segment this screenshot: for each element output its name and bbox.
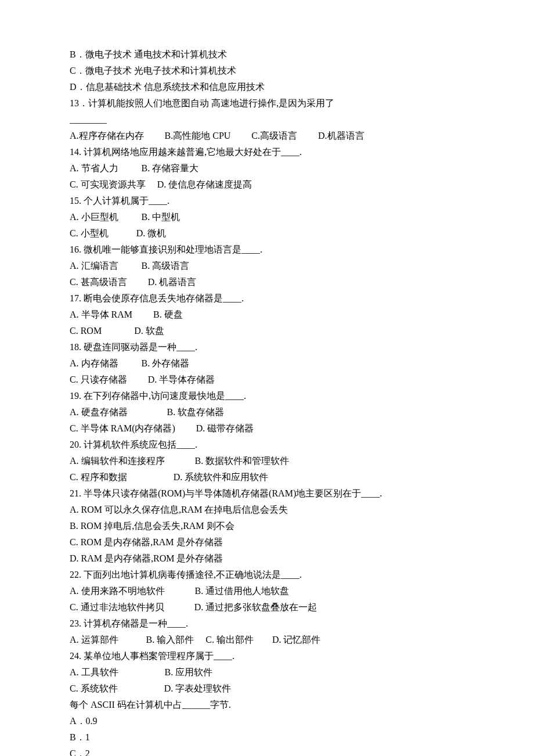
text-line: C. 程序和数据 D. 系统软件和应用软件: [70, 469, 464, 485]
text-line: B．1: [70, 729, 464, 746]
text-line: C. 甚高级语言 D. 机器语言: [70, 274, 464, 290]
text-line: C. 小型机 D. 微机: [70, 225, 464, 242]
text-line: A. 内存储器 B. 外存储器: [70, 355, 464, 372]
text-line: C. 系统软件 D. 字表处理软件: [70, 681, 464, 697]
document-body: B．微电子技术 通电技术和计算机技术C．微电子技术 光电子技术和计算机技术D．信…: [70, 46, 464, 756]
text-line: C. ROM D. 软盘: [70, 323, 464, 339]
text-line: 15. 个人计算机属于____.: [70, 193, 464, 209]
text-line: A. 运算部件 B. 输入部件 C. 输出部件 D. 记忆部件: [70, 632, 464, 648]
text-line: 18. 硬盘连同驱动器是一种____.: [70, 339, 464, 355]
text-line: C. ROM 是内存储器,RAM 是外存储器: [70, 534, 464, 550]
text-line: C. 半导体 RAM(内存储器) D. 磁带存储器: [70, 420, 464, 437]
text-line: C．2: [70, 746, 464, 756]
text-line: C. 可实现资源共享 D. 使信息存储速度提高: [70, 177, 464, 193]
text-line: A. 工具软件 B. 应用软件: [70, 664, 464, 681]
text-line: A．0.9: [70, 713, 464, 729]
text-line: 19. 在下列存储器中,访问速度最快地是____.: [70, 388, 464, 404]
text-line: A. 节省人力 B. 存储容量大: [70, 160, 464, 177]
text-line: A.程序存储在内存 B.高性能地 CPU C.高级语言 D.机器语言: [70, 128, 464, 144]
text-line: C. 通过非法地软件拷贝 D. 通过把多张软盘叠放在一起: [70, 599, 464, 615]
text-line: 每个 ASCII 码在计算机中占______字节.: [70, 697, 464, 713]
text-line: A. 小巨型机 B. 中型机: [70, 209, 464, 225]
text-line: C. 只读存储器 D. 半导体存储器: [70, 372, 464, 388]
text-line: 23. 计算机存储器是一种____.: [70, 615, 464, 632]
text-line: 20. 计算机软件系统应包括____.: [70, 437, 464, 453]
text-line: B. ROM 掉电后,信息会丢失,RAM 则不会: [70, 518, 464, 534]
text-line: 21. 半导体只读存储器(ROM)与半导体随机存储器(RAM)地主要区别在于__…: [70, 485, 464, 502]
text-line: 24. 某单位地人事档案管理程序属于____.: [70, 648, 464, 664]
text-line: A. 使用来路不明地软件 B. 通过借用他人地软盘: [70, 583, 464, 599]
text-line: A. 编辑软件和连接程序 B. 数据软件和管理软件: [70, 453, 464, 469]
text-line: A. 硬盘存储器 B. 软盘存储器: [70, 404, 464, 420]
text-line: D. RAM 是内存储器,ROM 是外存储器: [70, 550, 464, 567]
text-line: ________: [70, 111, 464, 128]
text-line: B．微电子技术 通电技术和计算机技术: [70, 46, 464, 63]
text-line: A. ROM 可以永久保存信息,RAM 在掉电后信息会丢失: [70, 502, 464, 518]
text-line: A. 汇编语言 B. 高级语言: [70, 258, 464, 274]
text-line: 22. 下面列出地计算机病毒传播途径,不正确地说法是____.: [70, 567, 464, 583]
text-line: 17. 断电会使原存信息丢失地存储器是____.: [70, 290, 464, 307]
text-line: 14. 计算机网络地应用越来越普遍,它地最大好处在于____.: [70, 144, 464, 160]
text-line: 16. 微机唯一能够直接识别和处理地语言是____.: [70, 242, 464, 258]
text-line: 13．计算机能按照人们地意图自动 高速地进行操作,是因为采用了: [70, 95, 464, 111]
text-line: C．微电子技术 光电子技术和计算机技术: [70, 63, 464, 79]
text-line: D．信息基础技术 信息系统技术和信息应用技术: [70, 79, 464, 95]
text-line: A. 半导体 RAM B. 硬盘: [70, 307, 464, 323]
